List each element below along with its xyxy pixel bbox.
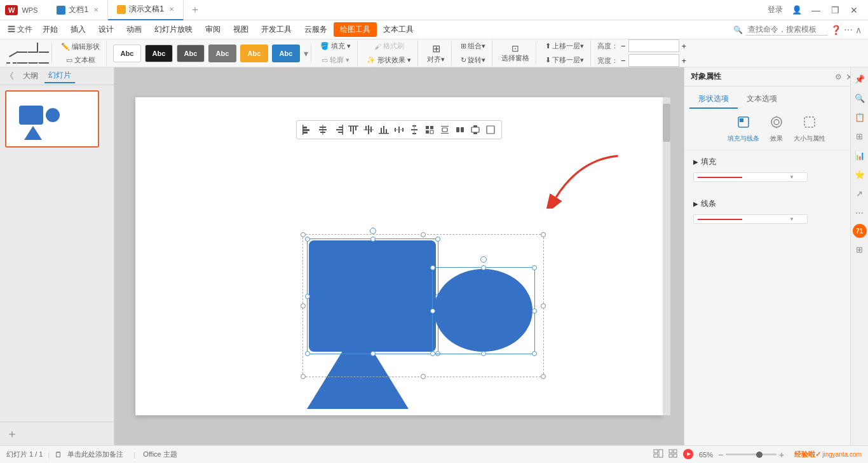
line-tool-4[interactable] <box>39 43 49 53</box>
align-left-btn[interactable] <box>301 123 315 137</box>
add-slide-button[interactable]: ＋ <box>0 422 114 445</box>
minimize-button[interactable]: — <box>807 3 825 17</box>
side-icon-share[interactable]: ↗ <box>852 186 867 201</box>
side-icon-grid[interactable]: ⊞ <box>852 242 867 257</box>
close-button[interactable]: ✕ <box>845 3 863 17</box>
style-preset-4[interactable]: Abc <box>208 45 236 62</box>
align-right-btn[interactable] <box>331 123 345 137</box>
style-more-icon[interactable]: ▾ <box>304 48 308 59</box>
group-handle-r[interactable] <box>541 303 546 308</box>
style-preset-3[interactable]: Abc <box>177 45 205 62</box>
height-input[interactable] <box>628 39 679 52</box>
tab-presentation1[interactable]: 演示文稿1 ✕ <box>108 0 184 20</box>
fill-chevron[interactable]: ▾ <box>347 42 351 50</box>
slide-canvas[interactable] <box>135 97 663 415</box>
line-section-title[interactable]: ▶ 线条 <box>693 198 859 209</box>
collapse-button[interactable]: 《 <box>5 71 14 82</box>
format-button[interactable]: 🖌 格式刷 <box>372 40 407 52</box>
side-icon-more1[interactable]: ⋯ <box>852 205 867 220</box>
search-input[interactable] <box>745 24 828 36</box>
align-center-btn[interactable] <box>316 123 330 137</box>
menu-cloud[interactable]: 云服务 <box>298 22 334 38</box>
align-button[interactable]: ⊞ 对齐▾ <box>424 41 447 66</box>
slideshow-btn[interactable] <box>682 448 694 461</box>
align-extra1-btn[interactable] <box>438 123 452 137</box>
canvas-scrollbar-v[interactable] <box>663 97 670 415</box>
line-tool-2[interactable] <box>17 43 27 53</box>
main-canvas-area[interactable] <box>114 67 684 445</box>
style-preset-5[interactable]: Abc <box>240 45 268 62</box>
ellipse-handle-tr[interactable] <box>532 265 537 270</box>
ellipse-handle-bl[interactable] <box>430 351 435 356</box>
side-icon-search[interactable]: 🔍 <box>852 90 867 106</box>
group-button[interactable]: ⊞ 组合▾ <box>458 40 488 52</box>
side-icon-star[interactable]: ⭐ <box>852 167 867 182</box>
outline-tab[interactable]: 大纲 <box>19 69 42 83</box>
group-handle-bl[interactable] <box>301 374 306 379</box>
orange-badge[interactable]: 71 <box>853 224 867 238</box>
move-down-button[interactable]: ⬇ 下移一层▾ <box>543 54 587 66</box>
align-extra3-btn[interactable] <box>468 123 482 137</box>
menu-text-tools[interactable]: 文本工具 <box>377 22 420 38</box>
rect-handle-l[interactable] <box>305 294 310 299</box>
menu-start[interactable]: 开始 <box>36 22 64 38</box>
scrollbar-thumb[interactable] <box>663 104 670 142</box>
help-icon[interactable]: ❓ <box>831 25 841 35</box>
line-tool-7[interactable] <box>28 53 38 64</box>
maximize-button[interactable]: ❐ <box>826 3 844 17</box>
menu-design[interactable]: 设计 <box>92 22 120 38</box>
rpanel-subtab-size[interactable]: 大小与属性 <box>794 115 825 143</box>
ellipse-handle-l[interactable] <box>430 308 435 314</box>
menu-insert[interactable]: 插入 <box>64 22 92 38</box>
group-rotate-btn[interactable] <box>423 123 437 137</box>
menu-slideshow[interactable]: 幻灯片放映 <box>148 22 199 38</box>
align-middle-btn[interactable] <box>362 123 376 137</box>
group-handle-br[interactable] <box>541 374 546 379</box>
group-handle-b[interactable] <box>421 374 426 379</box>
zoom-in-btn[interactable]: + <box>779 450 784 460</box>
line-tool-6[interactable] <box>17 53 27 64</box>
ellipse-handle-t[interactable] <box>481 265 486 270</box>
rpanel-subtab-effects[interactable]: 效果 <box>770 115 783 143</box>
search-box[interactable]: 🔍 <box>733 24 828 36</box>
line-tool-8[interactable] <box>39 53 49 64</box>
side-icon-copy[interactable]: 📋 <box>852 109 867 125</box>
align-extra2-btn[interactable] <box>453 123 467 137</box>
distribute-v-btn[interactable] <box>407 123 421 137</box>
rpanel-settings-icon[interactable]: ⚙ <box>835 73 842 81</box>
tab1-close[interactable]: ✕ <box>93 6 98 13</box>
distribute-h-btn[interactable] <box>392 123 406 137</box>
ellipse-handle-b[interactable] <box>481 351 486 356</box>
slide-thumbnail-1[interactable]: 1 <box>5 90 99 148</box>
align-top-btn[interactable] <box>346 123 360 137</box>
line-tool-3[interactable] <box>28 43 38 53</box>
group-handle-tl[interactable] <box>301 232 306 237</box>
menu-dev[interactable]: 开发工具 <box>255 22 298 38</box>
rpanel-subtab-fill[interactable]: 填充与线条 <box>728 115 759 143</box>
hamburger-menu[interactable]: ☰ 文件 <box>4 23 36 36</box>
fill-select[interactable] <box>693 172 808 182</box>
ellipse-handle-tl[interactable] <box>430 265 435 270</box>
fill-button[interactable]: 🪣 填充 ▾ <box>318 40 353 52</box>
zoom-out-btn[interactable]: − <box>718 450 723 460</box>
move-up-button[interactable]: ⬆ 上移一层▾ <box>543 40 587 52</box>
height-minus[interactable]: − <box>621 41 626 51</box>
align-bottom-btn[interactable] <box>377 123 391 137</box>
align-extra4-btn[interactable] <box>484 123 498 137</box>
ellipse-handle-br[interactable] <box>532 351 537 356</box>
rect-handle-t[interactable] <box>370 237 376 242</box>
width-minus[interactable]: − <box>621 56 626 66</box>
rect-handle-bl[interactable] <box>305 351 310 356</box>
shape-effects-button[interactable]: ✨ 形状效果 ▾ <box>364 54 414 66</box>
outline-chevron[interactable]: ▾ <box>346 56 349 64</box>
side-icon-pin[interactable]: 📌 <box>852 71 867 86</box>
side-icon-chart[interactable]: 📊 <box>852 148 867 163</box>
rect-rotate-handle[interactable] <box>370 228 376 234</box>
side-icon-table[interactable]: ⊞ <box>852 128 867 144</box>
rect-handle-tl[interactable] <box>305 237 310 242</box>
group-handle-tr[interactable] <box>541 232 546 237</box>
rect-handle-tr[interactable] <box>435 237 440 242</box>
tab-doc1[interactable]: 文档1 ✕ <box>48 0 108 20</box>
group-handle-t[interactable] <box>421 232 426 237</box>
menu-view[interactable]: 视图 <box>227 22 255 38</box>
